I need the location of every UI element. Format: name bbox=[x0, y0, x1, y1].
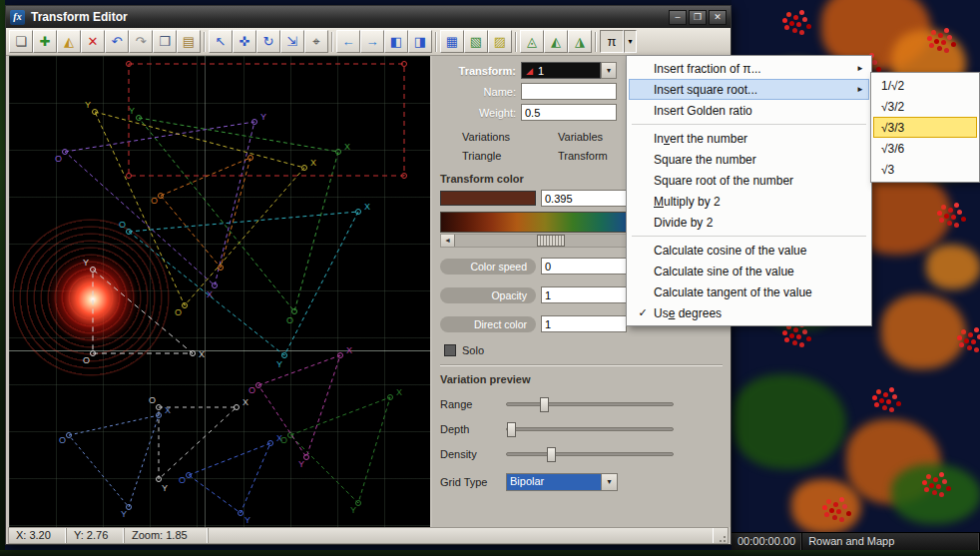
rotate-left-button[interactable]: ← bbox=[336, 30, 360, 53]
menu-item-invert-the-number[interactable]: Invert the number bbox=[629, 128, 869, 149]
triangle-vertex-handle[interactable] bbox=[304, 455, 309, 460]
menu-item-3-6[interactable]: √3/6 bbox=[873, 138, 977, 159]
direct-color-input[interactable] bbox=[541, 315, 627, 332]
menu-item-3[interactable]: √3 bbox=[873, 159, 977, 180]
weight-input[interactable] bbox=[521, 104, 617, 121]
flip-vertical-button[interactable]: ◨ bbox=[408, 30, 432, 53]
duplicate-transform-icon: ◭ bbox=[64, 35, 74, 48]
triangle-vertex-handle[interactable] bbox=[127, 174, 132, 179]
scrollbar-thumb[interactable] bbox=[537, 235, 565, 247]
slider-label-range: Range bbox=[440, 398, 506, 410]
transform-triangle-2[interactable] bbox=[139, 118, 338, 311]
slider-thumb-depth[interactable] bbox=[507, 422, 516, 437]
new-flame-icon: ❏ bbox=[15, 35, 27, 48]
toggle-grid-button[interactable]: ▦ bbox=[440, 30, 464, 53]
slider-track-density[interactable] bbox=[506, 452, 674, 456]
transform-triangle-7[interactable] bbox=[290, 397, 390, 503]
select-mode-icon: ↖ bbox=[216, 35, 227, 48]
slider-track-depth[interactable] bbox=[506, 427, 674, 431]
menu-item-3-3[interactable]: √3/3 bbox=[873, 117, 977, 138]
menu-item-insert-fraction-of[interactable]: Insert fraction of π...► bbox=[629, 58, 869, 79]
menu-item-use-degrees[interactable]: ✓Use degrees bbox=[629, 302, 869, 323]
name-input[interactable] bbox=[521, 83, 617, 100]
window-title: Transform Editor bbox=[31, 10, 667, 24]
move-mode-button[interactable]: ✜ bbox=[233, 30, 256, 53]
color-speed-label: Color speed bbox=[440, 259, 536, 275]
transform-triangle-4[interactable] bbox=[129, 212, 358, 355]
leaf-blob bbox=[926, 245, 980, 289]
transform-triangles-layer: OXYOXYYXOOYXOXYYXOOXYOXYOXYOXYO bbox=[9, 56, 430, 527]
transform-color-swatch[interactable] bbox=[440, 191, 536, 206]
transform-color-input[interactable] bbox=[541, 190, 627, 207]
transform-triangle-8[interactable] bbox=[258, 355, 340, 457]
remove-transform-button[interactable]: ✕ bbox=[81, 30, 105, 53]
tab-variations[interactable]: Variations bbox=[462, 131, 558, 143]
redo-button[interactable]: ↷ bbox=[129, 30, 153, 53]
minimize-button[interactable]: – bbox=[669, 10, 687, 25]
pi-button[interactable]: π bbox=[600, 30, 624, 53]
reset-scale-button[interactable]: ◮ bbox=[568, 30, 592, 53]
menu-item-calculate-sine-of-the-value[interactable]: Calculate sine of the value bbox=[629, 261, 869, 281]
transform-select-dropdown-icon[interactable]: ▾ bbox=[601, 62, 617, 79]
resize-grip[interactable] bbox=[714, 528, 728, 543]
add-transform-button[interactable]: ✚ bbox=[33, 30, 57, 53]
transform-select[interactable]: ◢ 1 bbox=[521, 62, 601, 79]
menu-item-calculate-tangent-of-the-value[interactable]: Calculate tangent of the value bbox=[629, 281, 869, 302]
slider-thumb-density[interactable] bbox=[547, 447, 556, 462]
tab-triangle[interactable]: Triangle bbox=[462, 150, 558, 162]
menu-item-multiply-by-2[interactable]: Multiply by 2 bbox=[629, 191, 869, 212]
vertex-label: O bbox=[119, 220, 126, 230]
transform-triangle-9[interactable] bbox=[69, 415, 159, 507]
paste-button[interactable]: ▤ bbox=[177, 30, 201, 53]
menu-item-3-2[interactable]: √3/2 bbox=[873, 96, 977, 117]
menu-item-square-root-of-the-number[interactable]: Square root of the number bbox=[629, 170, 869, 191]
titlebar[interactable]: fx Transform Editor – ❐ ✕ bbox=[6, 6, 731, 28]
transform-editor-window: fx Transform Editor – ❐ ✕ ❏✚◭✕↶↷❒▤↖✜↻⇲⌖←… bbox=[5, 5, 732, 545]
editor-canvas[interactable]: OXYOXYYXOOYXOXYYXOOXYOXYOXYOXYO bbox=[9, 56, 430, 527]
maximize-button[interactable]: ❐ bbox=[689, 10, 707, 25]
undo-button[interactable]: ↶ bbox=[105, 30, 129, 53]
select-mode-button[interactable]: ↖ bbox=[209, 30, 233, 53]
toggle-variation-preview-button[interactable]: ▧ bbox=[464, 30, 488, 53]
scroll-left-icon[interactable]: ◄ bbox=[441, 235, 455, 247]
leaf-blob bbox=[891, 464, 980, 524]
reset-rotation-button[interactable]: ◭ bbox=[544, 30, 568, 53]
vertex-label: Y bbox=[276, 359, 282, 369]
transform-triangle-11[interactable] bbox=[161, 158, 250, 268]
transform-triangle-6[interactable] bbox=[189, 443, 270, 513]
close-button[interactable]: ✕ bbox=[709, 10, 727, 25]
menu-item-square-the-number[interactable]: Square the number bbox=[629, 149, 869, 170]
menu-item-insert-golden-ratio[interactable]: Insert Golden ratio bbox=[629, 100, 869, 121]
new-flame-button[interactable]: ❏ bbox=[9, 30, 33, 53]
transform-select-value: 1 bbox=[538, 65, 544, 77]
pivot-mode-button[interactable]: ⌖ bbox=[304, 30, 328, 53]
reset-location-button[interactable]: ◬ bbox=[520, 30, 544, 53]
slider-thumb-range[interactable] bbox=[540, 397, 549, 412]
triangle-vertex-handle[interactable] bbox=[235, 405, 240, 410]
editor-statusbar: X: 3.20 Y: 2.76 Zoom: 1.85 bbox=[8, 527, 729, 544]
menu-item-divide-by-2[interactable]: Divide by 2 bbox=[629, 212, 869, 233]
solo-checkbox[interactable] bbox=[444, 344, 456, 356]
rotate-right-button[interactable]: → bbox=[360, 30, 384, 53]
copy-button[interactable]: ❒ bbox=[153, 30, 177, 53]
triangle-vertex-handle[interactable] bbox=[268, 441, 273, 446]
menu-item-1-2[interactable]: 1/√2 bbox=[873, 75, 977, 96]
menu-item-label: √3/3 bbox=[881, 121, 969, 135]
menu-item-calculate-cosine-of-the-value[interactable]: Calculate cosine of the value bbox=[629, 240, 869, 261]
rotate-mode-button[interactable]: ↻ bbox=[256, 30, 280, 53]
scale-mode-button[interactable]: ⇲ bbox=[280, 30, 304, 53]
flip-horizontal-button[interactable]: ◧ bbox=[384, 30, 408, 53]
menu-item-insert-square-root[interactable]: Insert square root...► bbox=[629, 79, 869, 100]
slider-track-range[interactable] bbox=[506, 402, 674, 406]
transform-triangle-1[interactable] bbox=[159, 407, 237, 479]
triangle-vertex-handle[interactable] bbox=[356, 210, 361, 215]
triangle-vertex-handle[interactable] bbox=[91, 268, 96, 273]
pi-dropdown-button[interactable]: ▾ bbox=[624, 30, 637, 53]
grid-type-select[interactable]: Bipolar ▾ bbox=[506, 473, 618, 491]
color-speed-input[interactable] bbox=[541, 258, 627, 275]
opacity-input[interactable] bbox=[541, 286, 627, 303]
leaf-blob bbox=[881, 294, 966, 369]
post-transform-button[interactable]: ▨ bbox=[488, 30, 512, 53]
grid-type-dropdown-icon[interactable]: ▾ bbox=[601, 474, 617, 490]
duplicate-transform-button[interactable]: ◭ bbox=[57, 30, 81, 53]
